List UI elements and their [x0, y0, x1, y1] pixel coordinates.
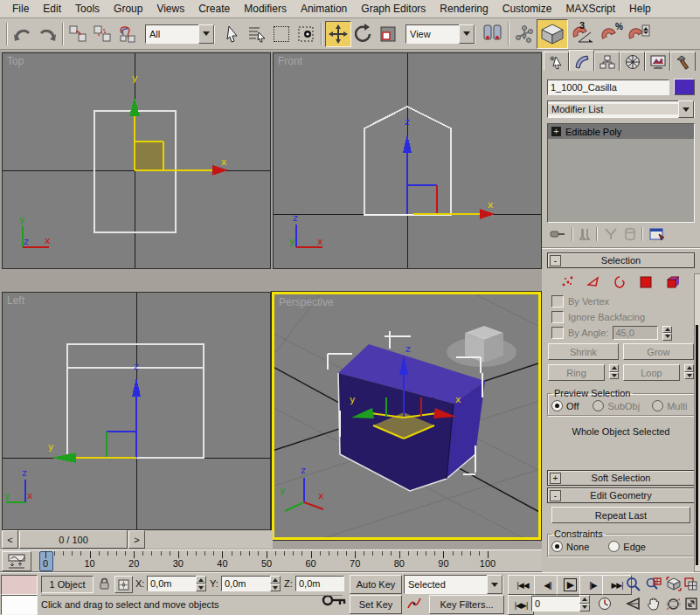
vertex-mode-icon[interactable]: [560, 274, 575, 289]
viewport-front-label[interactable]: Front: [278, 55, 302, 67]
field-of-view-button[interactable]: [624, 595, 642, 612]
viewport-left[interactable]: Left z y z y x: [2, 292, 271, 530]
y-coordinate-field[interactable]: 0,0m: [221, 576, 274, 591]
by-angle-field[interactable]: 45,0: [613, 326, 658, 340]
by-angle-spinner[interactable]: [662, 326, 672, 341]
menu-animation[interactable]: Animation: [294, 1, 354, 17]
use-pivot-point-button[interactable]: [481, 22, 505, 46]
menu-maxscript[interactable]: MAXScript: [558, 1, 622, 17]
viewport-left-label[interactable]: Left: [7, 294, 24, 307]
zoom-button[interactable]: [624, 575, 642, 592]
spinner-snap-button[interactable]: [624, 22, 652, 46]
key-filters-button[interactable]: Key Filters...: [429, 595, 504, 614]
loop-spinner[interactable]: [684, 364, 694, 379]
rollout-edit-geometry-header[interactable]: - Edit Geometry: [547, 487, 695, 503]
select-and-scale-button[interactable]: [376, 22, 400, 46]
maxscript-mini-listener-pink[interactable]: [1, 575, 38, 595]
key-mode-toggle-button[interactable]: |◀▶|: [508, 595, 534, 615]
undo-button[interactable]: [10, 22, 35, 46]
viewport-front[interactable]: Front z x z y x: [273, 52, 542, 269]
time-slider-next-button[interactable]: >: [128, 530, 145, 549]
tab-display[interactable]: [645, 52, 670, 71]
redo-button[interactable]: [35, 22, 59, 46]
default-tangent-button[interactable]: [404, 595, 425, 612]
time-slider-prev-button[interactable]: <: [2, 530, 18, 549]
object-color-swatch[interactable]: [674, 79, 695, 95]
dropdown-arrow-button[interactable]: [459, 24, 475, 44]
select-and-rotate-button[interactable]: [351, 22, 376, 46]
preview-subobj-radio[interactable]: [593, 400, 604, 411]
selected-filter-dropdown[interactable]: Selected: [404, 575, 503, 594]
preview-off-radio[interactable]: [551, 400, 563, 411]
loop-button[interactable]: Loop: [623, 364, 680, 381]
element-mode-icon[interactable]: [665, 274, 682, 289]
current-frame-field[interactable]: 0: [531, 596, 584, 612]
selection-lock-toggle[interactable]: [96, 576, 112, 591]
command-panel-scrollbar[interactable]: [694, 273, 700, 572]
pin-stack-icon[interactable]: [549, 227, 566, 241]
gizmo-y-arrow[interactable]: [52, 453, 76, 463]
track-bar[interactable]: 0102030405060708090100: [0, 549, 542, 572]
by-vertex-checkbox[interactable]: [551, 295, 564, 308]
constraints-none-radio[interactable]: [551, 541, 563, 552]
dropdown-arrow-button[interactable]: [678, 100, 694, 118]
polygon-mode-icon[interactable]: [639, 274, 654, 289]
menu-create[interactable]: Create: [191, 1, 237, 17]
make-unique-icon[interactable]: [603, 227, 619, 241]
menu-modifiers[interactable]: Modifiers: [237, 1, 294, 17]
go-to-start-button[interactable]: |◀◀: [508, 575, 537, 595]
time-slider-handle[interactable]: 0 / 100: [19, 530, 128, 549]
menu-views[interactable]: Views: [149, 1, 191, 17]
select-and-move-button[interactable]: [325, 21, 351, 47]
zoom-all-button[interactable]: [644, 575, 662, 592]
maximize-viewport-toggle-button[interactable]: [683, 595, 699, 612]
menu-rendering[interactable]: Rendering: [433, 1, 495, 17]
modifier-stack[interactable]: + Editable Poly: [547, 123, 695, 223]
shrink-button[interactable]: Shrink: [548, 343, 619, 360]
pan-view-button[interactable]: [644, 595, 662, 612]
menu-file[interactable]: File: [5, 1, 36, 17]
viewport-top-label[interactable]: Top: [7, 55, 24, 67]
menu-tools[interactable]: Tools: [68, 1, 107, 17]
ring-button[interactable]: Ring: [548, 364, 605, 381]
reference-coordinate-dropdown[interactable]: View: [405, 24, 475, 44]
show-end-result-icon[interactable]: [579, 227, 591, 241]
select-and-link-button[interactable]: [66, 22, 91, 46]
select-and-manipulate-button[interactable]: [512, 22, 537, 46]
remove-modifier-icon[interactable]: [624, 227, 636, 241]
ring-spinner[interactable]: [609, 364, 619, 379]
configure-modifier-sets-icon[interactable]: [648, 227, 666, 241]
unlink-selection-button[interactable]: [91, 22, 115, 46]
tab-create[interactable]: [544, 52, 569, 71]
dropdown-arrow-button[interactable]: [487, 575, 502, 594]
by-angle-checkbox[interactable]: [551, 327, 564, 339]
y-spinner[interactable]: [270, 576, 281, 591]
absolute-mode-toggle[interactable]: [114, 576, 133, 593]
ignore-backfacing-checkbox[interactable]: [551, 311, 564, 323]
maxscript-mini-listener-white[interactable]: [1, 595, 38, 615]
zoom-extents-button[interactable]: [664, 575, 683, 592]
dropdown-arrow-button[interactable]: [198, 24, 214, 44]
grow-button[interactable]: Grow: [623, 343, 694, 360]
object-name-field[interactable]: 1_1000_Casilla: [547, 79, 669, 95]
viewport-top[interactable]: Top y x y x z: [2, 52, 271, 269]
menu-customize[interactable]: Customize: [496, 1, 559, 17]
time-configuration-button[interactable]: [595, 595, 614, 612]
gizmo-plane-handle[interactable]: [135, 142, 163, 170]
snaps-toggle-button[interactable]: [537, 19, 568, 49]
frame-spinner[interactable]: [579, 595, 590, 612]
gizmo-z-arrow[interactable]: [132, 377, 141, 397]
rectangular-selection-region-button[interactable]: [269, 22, 294, 46]
gizmo-z-arrow[interactable]: [403, 134, 412, 153]
auto-key-button[interactable]: Auto Key: [350, 575, 402, 594]
edge-mode-icon[interactable]: [586, 274, 601, 289]
scrollbar-thumb[interactable]: [696, 325, 698, 565]
x-coordinate-field[interactable]: 0,0m: [147, 576, 199, 591]
border-mode-icon[interactable]: [613, 274, 627, 289]
set-key-button[interactable]: Set Key: [350, 595, 402, 614]
constraints-edge-radio[interactable]: [608, 541, 620, 552]
repeat-last-button[interactable]: Repeat Last: [551, 507, 690, 523]
window-crossing-button[interactable]: [294, 22, 318, 46]
tab-utilities[interactable]: [670, 52, 696, 71]
tab-motion[interactable]: [620, 52, 645, 71]
